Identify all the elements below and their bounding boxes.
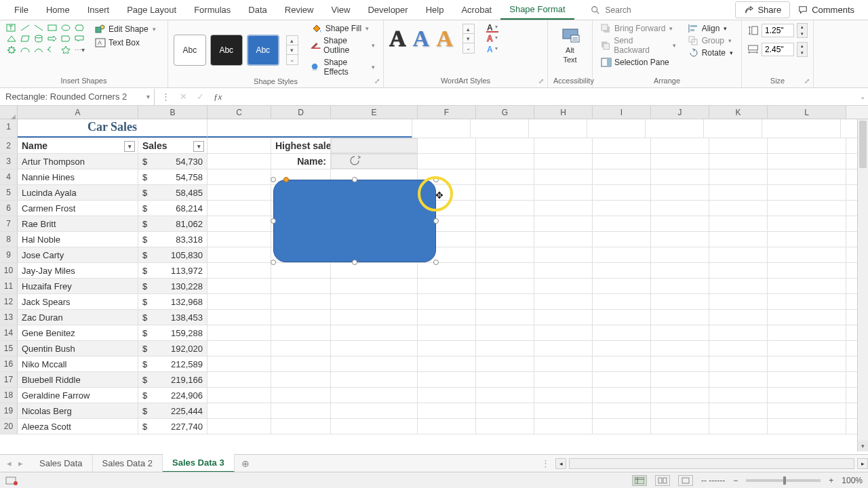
- row-3[interactable]: 3: [0, 154, 18, 169]
- shape-outline-button[interactable]: Shape Outline▾: [308, 35, 378, 56]
- table-cell-name[interactable]: Aleeza Scott: [18, 419, 138, 434]
- shape-brace-icon[interactable]: [46, 45, 58, 54]
- table-cell-sales[interactable]: $105,830: [138, 247, 208, 262]
- col-E[interactable]: E: [331, 106, 418, 119]
- highest-sales-label[interactable]: Highest sales:: [271, 138, 331, 153]
- table-cell-name[interactable]: Niko Mccall: [18, 357, 138, 371]
- table-cell-name[interactable]: Artur Thompson: [18, 154, 138, 169]
- name-value[interactable]: [331, 154, 418, 169]
- table-cell-name[interactable]: Jay-Jay Miles: [18, 263, 138, 278]
- table-cell-sales[interactable]: $225,444: [138, 403, 208, 418]
- col-I[interactable]: I: [593, 106, 651, 119]
- edit-shape-button[interactable]: Edit Shape▾: [92, 23, 159, 35]
- row-8[interactable]: 8: [0, 232, 18, 247]
- table-cell-name[interactable]: Quentin Bush: [18, 341, 138, 356]
- zoom-level[interactable]: 100%: [842, 476, 863, 485]
- table-cell-name[interactable]: Rae Britt: [18, 216, 138, 231]
- height-spinner[interactable]: ▴▾: [797, 23, 808, 38]
- text-box-button[interactable]: A Text Box: [92, 37, 159, 49]
- col-K[interactable]: K: [709, 106, 768, 119]
- title-cell[interactable]: Car Sales: [18, 119, 208, 138]
- shape-para-icon[interactable]: [19, 34, 31, 43]
- record-macro-icon[interactable]: [5, 476, 19, 485]
- wordart-launcher[interactable]: ⤢: [537, 77, 545, 85]
- fx-button[interactable]: ƒx: [214, 92, 222, 102]
- shape-curve-icon[interactable]: [33, 45, 45, 54]
- tab-insert[interactable]: Insert: [79, 1, 119, 19]
- zoom-in-button[interactable]: +: [829, 476, 833, 485]
- shape-styles-launcher[interactable]: ⤢: [373, 77, 381, 85]
- table-cell-name[interactable]: Nannie Hines: [18, 169, 138, 184]
- cancel-formula-button[interactable]: ✕: [180, 92, 187, 102]
- table-cell-sales[interactable]: $54,730: [138, 154, 208, 169]
- table-cell-name[interactable]: Huzaifa Frey: [18, 279, 138, 293]
- search-box[interactable]: Search: [591, 5, 631, 15]
- vscroll-thumb[interactable]: [859, 121, 867, 168]
- resize-handle-tl[interactable]: [271, 177, 276, 182]
- tab-acrobat[interactable]: Acrobat: [452, 1, 500, 19]
- formula-input[interactable]: [229, 89, 857, 104]
- table-cell-sales[interactable]: $81,062: [138, 216, 208, 231]
- shape-rect-icon[interactable]: [46, 23, 58, 33]
- col-L[interactable]: L: [768, 106, 846, 119]
- alt-text-button[interactable]: Alt Text: [553, 23, 587, 66]
- row-11[interactable]: 11: [0, 279, 18, 293]
- vertical-scrollbar[interactable]: ▾: [857, 119, 868, 451]
- col-J[interactable]: J: [651, 106, 709, 119]
- shape-more-icon[interactable]: ⋯▾: [73, 45, 85, 54]
- tab-page-layout[interactable]: Page Layout: [118, 1, 185, 19]
- row-2[interactable]: 2: [0, 138, 18, 153]
- horizontal-scrollbar[interactable]: [569, 458, 854, 469]
- col-H[interactable]: H: [534, 106, 593, 119]
- tab-developer[interactable]: Developer: [359, 1, 416, 19]
- shape-tri-icon[interactable]: [5, 34, 18, 43]
- formula-bar-expand[interactable]: ⌄: [857, 93, 868, 100]
- table-cell-sales[interactable]: $132,968: [138, 294, 208, 309]
- zoom-out-button[interactable]: −: [733, 476, 738, 485]
- row-20[interactable]: 20: [0, 419, 18, 434]
- sheet-nav-next[interactable]: ▸: [18, 458, 23, 468]
- row-9[interactable]: 9: [0, 247, 18, 262]
- send-backward-button[interactable]: Send Backward▾: [598, 35, 679, 56]
- table-cell-sales[interactable]: $219,166: [138, 372, 208, 387]
- table-cell-name[interactable]: Jack Spears: [18, 294, 138, 309]
- name-box[interactable]: Rectangle: Rounded Corners 2: [0, 89, 155, 105]
- col-C[interactable]: C: [208, 106, 271, 119]
- row-5[interactable]: 5: [0, 185, 18, 200]
- col-A[interactable]: A: [18, 106, 138, 119]
- view-page-break-button[interactable]: [678, 475, 693, 486]
- table-cell-sales[interactable]: $130,228: [138, 279, 208, 293]
- row-6[interactable]: 6: [0, 201, 18, 216]
- bring-forward-button[interactable]: Bring Forward▾: [598, 23, 679, 34]
- table-cell-sales[interactable]: $224,906: [138, 388, 208, 403]
- rounded-rectangle-shape[interactable]: ✥: [273, 180, 436, 262]
- shape-star-icon[interactable]: [60, 45, 72, 54]
- selection-pane-button[interactable]: Selection Pane: [598, 57, 679, 68]
- table-cell-name[interactable]: Zac Duran: [18, 310, 138, 325]
- shape-textbox-icon[interactable]: [5, 23, 18, 33]
- resize-handle-l[interactable]: [271, 218, 276, 224]
- zoom-slider[interactable]: [746, 479, 821, 482]
- tab-formulas[interactable]: Formulas: [185, 1, 239, 19]
- resize-handle-r[interactable]: [433, 218, 439, 224]
- highest-sales-value[interactable]: [331, 138, 418, 153]
- row-12[interactable]: 12: [0, 294, 18, 309]
- table-cell-name[interactable]: Bluebell Riddle: [18, 372, 138, 387]
- wordart-preset-1[interactable]: A: [389, 26, 406, 52]
- resize-handle-b[interactable]: [352, 260, 357, 265]
- text-outline-button[interactable]: A▾: [486, 34, 499, 43]
- table-cell-sales[interactable]: $227,740: [138, 419, 208, 434]
- sheet-tab-2[interactable]: Sales Data 2: [93, 455, 163, 472]
- row-17[interactable]: 17: [0, 372, 18, 387]
- text-effects-button[interactable]: A▾: [486, 45, 499, 54]
- table-cell-sales[interactable]: $113,972: [138, 263, 208, 278]
- hscroll-left[interactable]: ◂: [555, 458, 566, 469]
- hscroll-right[interactable]: ▸: [857, 458, 868, 469]
- name-header[interactable]: Name: [18, 138, 138, 153]
- shape-hex-icon[interactable]: [73, 23, 85, 33]
- table-cell-name[interactable]: Gene Benitez: [18, 325, 138, 340]
- tab-data[interactable]: Data: [239, 1, 275, 19]
- wordart-preset-3[interactable]: A: [436, 26, 453, 52]
- table-cell-sales[interactable]: $138,453: [138, 310, 208, 325]
- comments-button[interactable]: Comments: [790, 2, 863, 18]
